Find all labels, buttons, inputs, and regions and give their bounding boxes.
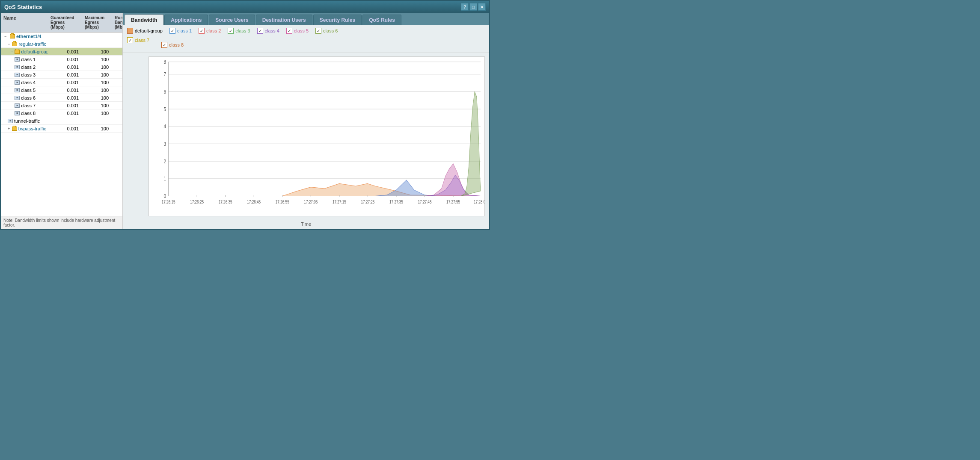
tab-qos-rules[interactable]: QoS Rules	[362, 15, 401, 25]
runtime-val: 4.12	[112, 48, 122, 55]
note-text: Note: Bandwidth limits shown include har…	[3, 218, 115, 227]
legend-bar: default-group class 1 class 2 class 3	[123, 25, 489, 53]
legend-label-default-group[interactable]: default-group	[135, 28, 163, 33]
tree-row: ≡ class 8 0.001 100 0.3	[1, 109, 122, 117]
node-label[interactable]: ethernet1/4	[16, 34, 42, 39]
legend-checkbox-class1[interactable]	[169, 28, 175, 34]
folder-icon	[10, 34, 15, 38]
tab-applications[interactable]: Applications	[164, 15, 208, 25]
tab-bandwidth[interactable]: Bandwidth	[125, 15, 163, 25]
runtime-val	[112, 120, 122, 122]
legend-label-class4[interactable]: class 4	[265, 28, 279, 33]
guaranteed-val: 0.001	[48, 87, 82, 94]
runtime-val: 0.02	[112, 79, 122, 86]
node-label[interactable]: class 8	[21, 111, 36, 116]
help-button[interactable]: ?	[461, 3, 469, 11]
right-panel: Bandwidth Applications Source Users Dest…	[123, 13, 489, 229]
svg-text:3: 3	[164, 141, 166, 147]
tree-row: ≡ class 6 0.001 100 0	[1, 94, 122, 102]
guaranteed-val	[48, 35, 82, 37]
tree-cell-name: ≡ class 3	[1, 71, 48, 78]
legend-checkbox-class3[interactable]	[228, 28, 234, 34]
runtime-val	[112, 35, 122, 37]
legend-item-class4: class 4	[257, 28, 279, 34]
node-label[interactable]: class 7	[21, 103, 36, 108]
tree-cell-name: ≡ class 7	[1, 102, 48, 109]
tabs-bar: Bandwidth Applications Source Users Dest…	[123, 13, 489, 25]
tree-row: ≡ class 1 0.001 100 0	[1, 56, 122, 63]
tree-row: − regular-traffic 4.12	[1, 40, 122, 48]
maximum-val	[82, 43, 112, 45]
node-label[interactable]: default-group	[21, 49, 48, 54]
minimize-button[interactable]: □	[469, 3, 477, 11]
expand-icon[interactable]: +	[8, 127, 11, 131]
window-title: QoS Statistics	[4, 4, 42, 10]
tree-row: ≡ class 7 0.001 100 0	[1, 102, 122, 109]
tab-source-users[interactable]: Source Users	[209, 15, 255, 25]
class-icon: ≡	[8, 119, 13, 123]
expand-icon[interactable]: −	[11, 50, 13, 54]
legend-checkbox-class8[interactable]	[161, 42, 167, 48]
guaranteed-val: 0.001	[48, 94, 82, 101]
legend-label-class6[interactable]: class 6	[323, 28, 338, 33]
node-label[interactable]: regular-traffic	[18, 41, 46, 47]
node-label[interactable]: bypass-traffic	[18, 126, 46, 131]
node-label[interactable]: tunnel-traffic	[14, 118, 40, 124]
legend-checkbox-class5[interactable]	[286, 28, 292, 34]
legend-item-class6: class 6	[315, 28, 338, 34]
close-button[interactable]: ✕	[478, 3, 486, 11]
legend-label-class5[interactable]: class 5	[294, 28, 309, 33]
runtime-val: 0	[112, 102, 122, 109]
tree-cell-name: ≡ class 4	[1, 79, 48, 86]
col-name: Name	[2, 15, 49, 30]
node-label[interactable]: class 3	[21, 72, 36, 77]
tab-destination-users[interactable]: Destination Users	[256, 15, 312, 25]
legend-item-class8: class 8	[161, 40, 184, 50]
expand-icon[interactable]: −	[8, 42, 11, 46]
node-label[interactable]: class 5	[21, 88, 36, 93]
col-runtime: RuntimeBandwidth(Mbps)	[113, 15, 123, 30]
svg-text:17:27:25: 17:27:25	[361, 199, 374, 204]
legend-label-class7[interactable]: class 7	[135, 38, 149, 43]
chart-inner: 0 1 2 3 4 5 6 7 8	[148, 56, 485, 216]
maximum-val: 100	[82, 64, 112, 71]
svg-text:17:26:45: 17:26:45	[247, 199, 261, 204]
guaranteed-val: 0.001	[48, 64, 82, 71]
chart-area-default-group	[169, 183, 481, 196]
tree-row: ≡ class 2 0.001 100 3.79	[1, 63, 122, 71]
chart-svg: 0 1 2 3 4 5 6 7 8	[149, 57, 484, 216]
node-label[interactable]: class 2	[21, 65, 36, 70]
maximum-val: 100	[82, 125, 112, 132]
svg-text:6: 6	[164, 89, 166, 94]
x-axis-label: Time	[301, 221, 311, 227]
node-label[interactable]: class 4	[21, 80, 36, 85]
tree-cell-name: ≡ class 8	[1, 110, 48, 117]
node-label[interactable]: class 6	[21, 95, 36, 100]
folder-icon	[15, 50, 20, 54]
maximum-val	[82, 120, 112, 122]
legend-label-class1[interactable]: class 1	[177, 28, 192, 33]
legend-checkbox-class4[interactable]	[257, 28, 263, 34]
runtime-val: 3.79	[112, 64, 122, 71]
legend-checkbox-class7[interactable]	[127, 37, 133, 43]
runtime-val: 0	[112, 125, 122, 132]
legend-label-class8[interactable]: class 8	[169, 42, 184, 47]
legend-checkbox-class6[interactable]	[315, 28, 321, 34]
svg-text:17:26:35: 17:26:35	[219, 199, 232, 204]
legend-label-class2[interactable]: class 2	[206, 28, 221, 33]
legend-item-class5: class 5	[286, 28, 309, 34]
tree-row: − ethernet1/4	[1, 32, 122, 40]
chart-area: Runtime Bandwidth (Mbps)	[123, 53, 489, 229]
node-label[interactable]: class 1	[21, 57, 36, 62]
legend-label-class3[interactable]: class 3	[235, 28, 250, 33]
tree-cell-name: + bypass-traffic	[1, 125, 48, 132]
svg-text:17:27:35: 17:27:35	[389, 199, 403, 204]
guaranteed-val: 0.001	[48, 102, 82, 109]
class-icon: ≡	[15, 80, 20, 85]
tree-cell-name: ≡ class 1	[1, 56, 48, 63]
legend-checkbox-class2[interactable]	[199, 28, 205, 34]
tab-security-rules[interactable]: Security Rules	[313, 15, 362, 25]
runtime-val: 0	[112, 71, 122, 78]
expand-icon[interactable]: −	[4, 34, 9, 38]
runtime-val: 0.3	[112, 110, 122, 117]
